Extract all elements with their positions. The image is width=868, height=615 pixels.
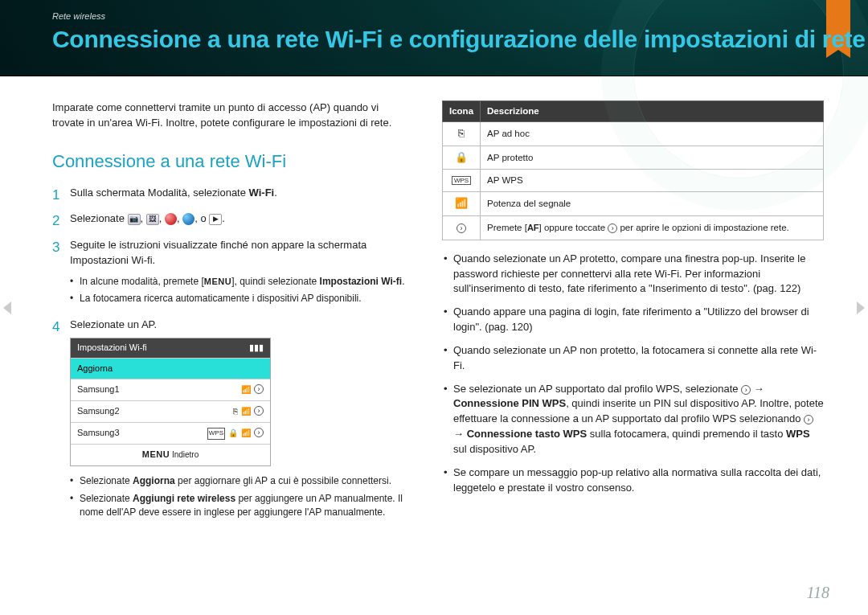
- prev-page-arrow[interactable]: [3, 301, 11, 314]
- step-bold: Wi-Fi: [249, 187, 275, 199]
- battery-icon: ▮▮▮: [249, 342, 264, 355]
- lock-icon: 🔒: [443, 146, 481, 170]
- lock-icon: 🔒: [228, 428, 238, 440]
- mock-titlebar: Impostazioni Wi-fi ▮▮▮: [71, 338, 270, 358]
- mock-footer: MENU Indietro: [71, 444, 270, 465]
- options-icon: ›: [443, 215, 481, 240]
- step-number: 4: [52, 318, 59, 338]
- desc-cell: Premete [AF] oppure toccate › per aprire…: [481, 215, 824, 240]
- ap-name: Samsung2: [77, 405, 120, 418]
- adhoc-icon: ⎘: [233, 406, 238, 418]
- bullet-item: Quando appare una pagina di login, fate …: [442, 305, 824, 335]
- sub-item: In alcune modalità, premete [MENU], quin…: [70, 275, 410, 289]
- step-3-sublist: In alcune modalità, premete [MENU], quin…: [70, 275, 410, 306]
- intro-text: Imparate come connettervi tramite un pun…: [28, 100, 410, 131]
- mode-icon-5: ▶: [209, 214, 222, 225]
- bullet-item: Se selezionate un AP supportato dal prof…: [442, 382, 824, 457]
- header-band: Rete wireless Connessione a una rete Wi-…: [0, 0, 868, 76]
- adhoc-icon: ⎘: [443, 121, 481, 146]
- sub-item: Selezionate Aggiorna per aggiornare gli …: [70, 474, 410, 488]
- wps-icon: WPS: [207, 428, 225, 440]
- ap-icons: 📶›: [241, 384, 264, 396]
- mode-icon-4: [182, 213, 194, 225]
- steps-list: 1 Sulla schermata Modalità, selezionate …: [28, 186, 410, 520]
- wps-icon: WPS: [443, 170, 481, 192]
- ap-name: Samsung3: [77, 427, 120, 440]
- sub-item: La fotocamera ricerca automaticamente i …: [70, 292, 410, 305]
- step-4: 4 Selezionate un AP. Impostazioni Wi-fi …: [52, 318, 410, 520]
- signal-icon: 📶: [443, 192, 481, 216]
- af-key-icon: AF: [527, 223, 539, 232]
- step-number: 3: [52, 238, 59, 258]
- ap-icons: ⎘📶›: [233, 406, 264, 418]
- options-icon: ›: [741, 385, 751, 395]
- section-heading: Connessione a una rete Wi-Fi: [52, 149, 410, 174]
- page-title: Connessione a una rete Wi-Fi e configura…: [52, 26, 866, 53]
- mock-ap-row: Samsung2 ⎘📶›: [71, 400, 270, 422]
- step-text: Selezionate un AP.: [70, 318, 157, 330]
- menu-key-icon: MENU: [142, 449, 170, 459]
- mock-title: Impostazioni Wi-fi: [77, 342, 147, 355]
- step-text: Selezionate: [70, 212, 128, 224]
- options-icon: ›: [608, 223, 617, 233]
- desc-cell: Potenza del segnale: [481, 192, 824, 216]
- step-number: 2: [52, 211, 59, 232]
- sub-item: Selezionate Aggiungi rete wireless per a…: [70, 492, 410, 520]
- mock-refresh-row: Aggiorna: [71, 358, 270, 379]
- step-text: Seguite le istruzioni visualizzate finch…: [70, 239, 366, 266]
- step-2: 2 Selezionate 📷, 🖼, , , o ▶.: [52, 211, 410, 227]
- mode-icon-3: [165, 213, 177, 225]
- table-row: 📶Potenza del segnale: [443, 192, 824, 216]
- step-number: 1: [52, 186, 59, 206]
- breadcrumb: Rete wireless: [52, 11, 105, 21]
- back-label: Indietro: [172, 450, 199, 459]
- next-page-arrow[interactable]: [857, 301, 865, 314]
- bullet-item: Quando selezionate un AP protetto, compa…: [442, 252, 824, 297]
- mode-icon-1: 📷: [128, 214, 141, 225]
- ap-icons: WPS🔒📶›: [207, 428, 264, 440]
- signal-icon: 📶: [241, 384, 251, 396]
- mode-icon-2: 🖼: [146, 214, 159, 225]
- right-bullet-list: Quando selezionate un AP protetto, compa…: [442, 252, 824, 496]
- step-1: 1 Sulla schermata Modalità, selezionate …: [52, 186, 410, 201]
- bullet-item: Se compare un messaggio pop-up relativo …: [442, 465, 824, 496]
- page-number: 118: [806, 584, 829, 602]
- options-icon: ›: [254, 384, 264, 394]
- options-icon: ›: [254, 428, 264, 437]
- mock-ap-row: Samsung1 📶›: [71, 379, 270, 400]
- signal-icon: 📶: [241, 428, 251, 440]
- signal-icon: 📶: [241, 406, 251, 418]
- left-column: Imparate come connettervi tramite un pun…: [28, 100, 410, 531]
- step-3: 3 Seguite le istruzioni visualizzate fin…: [52, 238, 410, 305]
- menu-key-icon: MENU: [204, 277, 231, 286]
- table-row: › Premete [AF] oppure toccate › per apri…: [443, 215, 824, 240]
- after-screen-list: Selezionate Aggiorna per aggiornare gli …: [70, 474, 410, 519]
- step-text: Sulla schermata Modalità, selezionate: [70, 187, 249, 199]
- wifi-settings-mock: Impostazioni Wi-fi ▮▮▮ Aggiorna Samsung1…: [70, 338, 271, 467]
- options-icon: ›: [254, 406, 264, 416]
- options-icon: ›: [804, 415, 813, 424]
- th-icon: Icona: [443, 101, 481, 122]
- mock-ap-row: Samsung3 WPS🔒📶›: [71, 422, 270, 444]
- bullet-item: Quando selezionate un AP non protetto, l…: [442, 343, 824, 374]
- ap-name: Samsung1: [77, 383, 120, 396]
